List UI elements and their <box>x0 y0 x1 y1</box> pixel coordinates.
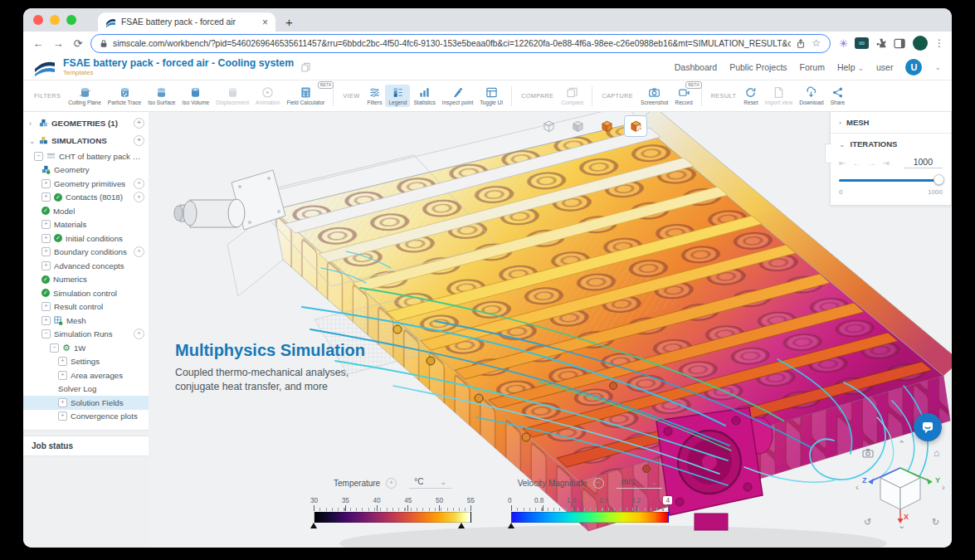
tree-item-geometry-primitives[interactable]: + Geometry primitives + <box>23 177 149 191</box>
toolbar-reset[interactable]: Reset <box>740 85 761 107</box>
last-iteration-icon[interactable]: ⇥ <box>882 158 889 168</box>
expand-icon[interactable]: + <box>58 357 67 366</box>
iterations-section-header[interactable]: ⌄ ITERATIONS <box>831 134 951 154</box>
nav-help[interactable]: Help ⌄ <box>837 62 864 72</box>
toolbar-filters[interactable]: Filters <box>364 85 386 107</box>
camera-view-icon[interactable] <box>862 448 874 458</box>
render-mode-wireframe-button[interactable] <box>537 115 560 137</box>
expand-icon[interactable]: + <box>41 302 51 311</box>
toolbar-share[interactable]: Share <box>827 85 849 107</box>
tree-item-solver-log[interactable]: Solver Log <box>23 382 149 397</box>
tree-item-simulation-runs[interactable]: − Simulation Runs + <box>23 328 149 342</box>
collapse-icon[interactable]: − <box>50 343 59 353</box>
toolbar-iso-surface[interactable]: Iso Surface <box>144 85 178 107</box>
tree-item-settings[interactable]: + Settings <box>23 355 149 369</box>
3d-viewport[interactable]: Multiphysics Simulation Coupled thermo-m… <box>149 112 952 548</box>
range-marker-min[interactable] <box>508 523 514 528</box>
tree-section-geometries[interactable]: › GEOMETRIES (1) + <box>23 114 149 132</box>
add-primitive-button[interactable]: + <box>134 178 144 189</box>
toolbar-toggle-ui[interactable]: Toggle UI <box>476 85 506 107</box>
next-iteration-icon[interactable]: → <box>867 158 875 168</box>
expand-icon[interactable]: + <box>41 234 51 243</box>
add-geometry-button[interactable]: + <box>134 118 144 129</box>
toolbar-legend[interactable]: Legend <box>385 85 410 107</box>
orbit-right-icon[interactable]: › <box>942 483 945 492</box>
window-minimize-button[interactable] <box>50 15 60 25</box>
toolbar-iso-volume[interactable]: Iso Volume <box>179 85 213 107</box>
share-page-icon[interactable] <box>796 38 806 49</box>
tree-item-simulation-control[interactable]: ✓ Simulation control <box>23 286 149 300</box>
side-panel-icon[interactable] <box>894 38 906 49</box>
tree-item-solution-fields[interactable]: + Solution Fields <box>23 396 149 410</box>
chevron-right-icon[interactable]: › <box>29 119 37 128</box>
orbit-left-icon[interactable]: ‹ <box>856 483 859 492</box>
project-subtitle[interactable]: Templates <box>63 69 294 76</box>
toolbar-screenshot[interactable]: Screenshot <box>637 85 671 107</box>
extension-infinity-icon[interactable]: ∞ <box>855 37 869 49</box>
render-mode-surface-button[interactable] <box>566 115 589 137</box>
tree-item-boundary-conditions[interactable]: + Boundary conditions + <box>23 246 149 260</box>
browser-menu-icon[interactable]: ⋮ <box>934 37 944 49</box>
temperature-unit-select[interactable]: °C ⌄ <box>409 477 451 489</box>
window-close-button[interactable] <box>33 15 43 25</box>
tree-item-cht[interactable]: − CHT of battery pack with Jou... <box>23 149 149 163</box>
tab-close-icon[interactable]: × <box>262 17 268 27</box>
expand-icon[interactable]: + <box>41 192 51 202</box>
tree-item-initial-conditions[interactable]: + ✓ Initial conditions <box>23 231 149 246</box>
velocity-legend-title[interactable]: Velocity Magnitude <box>518 479 587 488</box>
tree-item-model[interactable]: ✓ Model <box>23 204 149 218</box>
toolbar-download[interactable]: Download <box>796 85 826 107</box>
back-icon[interactable]: ← <box>31 38 46 49</box>
add-simulation-button[interactable]: + <box>134 135 144 146</box>
bookmark-star-icon[interactable]: ☆ <box>811 38 821 48</box>
address-bar[interactable]: simscale.com/workbench/?pid=546026964653… <box>90 34 831 53</box>
browser-tab[interactable]: FSAE battery pack - forced air × <box>98 12 275 32</box>
tree-item-convergence-plots[interactable]: + Convergence plots <box>23 410 149 424</box>
chevron-down-icon[interactable]: ⌄ <box>29 137 37 145</box>
expand-icon[interactable]: + <box>58 398 67 407</box>
expand-icon[interactable]: + <box>58 371 67 380</box>
nav-forum[interactable]: Forum <box>800 62 825 72</box>
temperature-options-icon[interactable]: + <box>386 478 397 489</box>
forward-icon[interactable]: → <box>51 38 66 49</box>
mesh-section-header[interactable]: › MESH <box>831 112 951 134</box>
previous-iteration-icon[interactable]: ← <box>852 158 860 168</box>
tree-item-area-averages[interactable]: + Area averages <box>23 368 149 382</box>
tree-item-numerics[interactable]: ✓ Numerics <box>23 273 149 287</box>
toolbar-particle-trace[interactable]: Particle Trace <box>105 85 144 107</box>
tree-item-run-1w[interactable]: − ⚙ 1W <box>23 341 149 355</box>
toolbar-inspect-point[interactable]: Inspect point <box>439 85 476 107</box>
render-mode-transparent-button[interactable] <box>624 115 647 137</box>
slider-track[interactable] <box>839 179 941 182</box>
expand-icon[interactable]: + <box>41 316 51 325</box>
project-title[interactable]: FSAE battery pack - forced air - Cooling… <box>63 57 294 69</box>
orbit-up-icon[interactable]: ⌃ <box>898 440 905 449</box>
reload-icon[interactable]: ⟳ <box>71 38 85 49</box>
user-avatar[interactable]: U <box>905 59 922 75</box>
iteration-value[interactable]: 1000 <box>904 157 943 168</box>
toolbar-statistics[interactable]: Statistics <box>410 85 438 107</box>
expand-icon[interactable]: + <box>41 247 51 256</box>
tree-item-result-control[interactable]: + Result control <box>23 300 149 314</box>
rotate-ccw-icon[interactable]: ↺ <box>864 518 871 527</box>
tree-section-simulations[interactable]: ⌄ SIMULATIONS + <box>23 132 149 149</box>
expand-icon[interactable]: + <box>41 179 51 188</box>
expand-icon[interactable]: + <box>41 261 51 270</box>
first-iteration-icon[interactable]: ⇤ <box>839 158 846 168</box>
temperature-colorbar[interactable] <box>314 512 471 523</box>
add-run-button[interactable]: + <box>134 329 144 339</box>
render-mode-solid-button[interactable] <box>595 115 618 137</box>
velocity-colorbar[interactable] <box>511 512 669 523</box>
toolbar-field-calculator[interactable]: BETA Field Calculator <box>283 85 328 107</box>
extension-icon[interactable]: ✳ <box>839 37 848 50</box>
velocity-unit-select[interactable]: m/s ⌄ <box>617 477 663 489</box>
collapse-icon[interactable]: − <box>41 329 51 338</box>
tree-item-geometry[interactable]: Geometry <box>23 163 149 178</box>
orbit-down-icon[interactable]: ⌄ <box>898 521 905 530</box>
collapse-icon[interactable]: − <box>34 152 43 161</box>
add-boundary-condition-button[interactable]: + <box>134 246 144 257</box>
range-marker-min[interactable] <box>310 523 317 528</box>
nav-dashboard[interactable]: Dashboard <box>675 62 717 72</box>
job-status-section[interactable]: Job status <box>23 436 149 456</box>
extensions-puzzle-icon[interactable] <box>875 37 887 49</box>
